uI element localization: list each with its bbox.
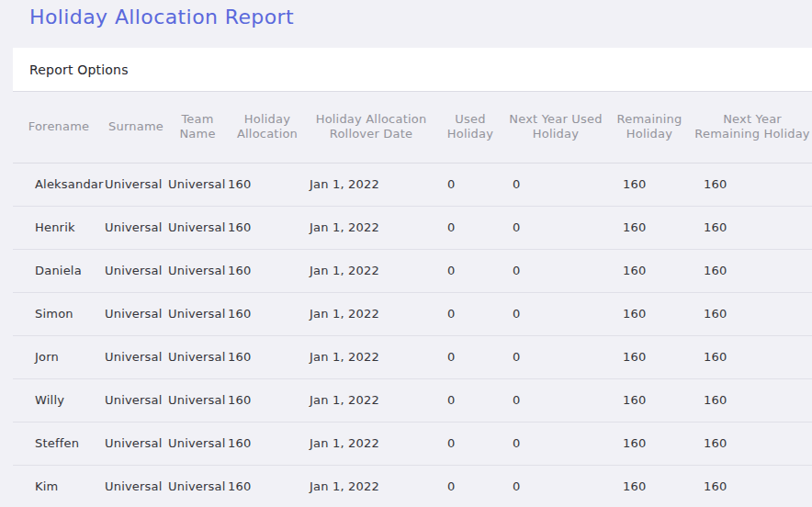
cell-next-year-used-holiday: 0: [505, 206, 606, 249]
column-header-holiday-allocation: Holiday Allocation: [228, 92, 307, 163]
cell-next-year-remaining-holiday: 160: [693, 335, 812, 378]
cell-next-year-remaining-holiday: 160: [693, 378, 812, 422]
cell-holiday-allocation: 160: [228, 378, 307, 422]
table-row: SteffenUniversalUniversal160Jan 1, 20220…: [13, 422, 812, 465]
report-table-container: ForenameSurnameTeam NameHoliday Allocati…: [13, 92, 812, 507]
cell-holiday-allocation: 160: [228, 292, 307, 335]
cell-next-year-remaining-holiday: 160: [693, 206, 812, 249]
cell-used-holiday: 0: [435, 163, 505, 206]
cell-team-name: Universal: [167, 465, 228, 507]
cell-holiday-allocation: 160: [228, 249, 307, 292]
cell-next-year-used-holiday: 0: [505, 335, 606, 378]
column-header-used-holiday: Used Holiday: [435, 92, 505, 163]
cell-next-year-remaining-holiday: 160: [693, 292, 812, 335]
holiday-allocation-table: ForenameSurnameTeam NameHoliday Allocati…: [13, 92, 812, 507]
cell-holiday-allocation-rollover-date: Jan 1, 2022: [307, 465, 435, 507]
column-header-remaining-holiday: Remaining Holiday: [606, 92, 693, 163]
report-options-label: Report Options: [29, 62, 129, 77]
table-row: KimUniversalUniversal160Jan 1, 202200160…: [13, 465, 812, 507]
cell-holiday-allocation: 160: [228, 335, 307, 378]
cell-used-holiday: 0: [435, 249, 505, 292]
column-header-forename: Forename: [13, 92, 105, 163]
cell-remaining-holiday: 160: [606, 163, 693, 206]
cell-team-name: Universal: [167, 335, 228, 378]
cell-surname: Universal: [105, 465, 167, 507]
cell-surname: Universal: [105, 163, 167, 206]
cell-team-name: Universal: [167, 249, 228, 292]
cell-surname: Universal: [105, 249, 167, 292]
cell-forename: Steffen: [13, 422, 105, 465]
cell-used-holiday: 0: [435, 378, 505, 422]
column-header-surname: Surname: [105, 92, 167, 163]
table-row: JornUniversalUniversal160Jan 1, 20220016…: [13, 335, 812, 378]
cell-next-year-used-holiday: 0: [505, 292, 606, 335]
cell-holiday-allocation-rollover-date: Jan 1, 2022: [307, 335, 435, 378]
cell-remaining-holiday: 160: [606, 465, 693, 507]
table-row: SimonUniversalUniversal160Jan 1, 2022001…: [13, 292, 812, 335]
cell-surname: Universal: [105, 378, 167, 422]
column-header-team-name: Team Name: [167, 92, 228, 163]
column-header-holiday-allocation-rollover-date: Holiday Allocation Rollover Date: [307, 92, 435, 163]
table-row: WillyUniversalUniversal160Jan 1, 2022001…: [13, 378, 812, 422]
page-title: Holiday Allocation Report: [29, 0, 812, 29]
cell-remaining-holiday: 160: [606, 378, 693, 422]
cell-next-year-remaining-holiday: 160: [693, 422, 812, 465]
cell-next-year-remaining-holiday: 160: [693, 249, 812, 292]
cell-team-name: Universal: [167, 206, 228, 249]
cell-forename: Daniela: [13, 249, 105, 292]
cell-holiday-allocation: 160: [228, 465, 307, 507]
cell-remaining-holiday: 160: [606, 249, 693, 292]
column-header-next-year-used-holiday: Next Year Used Holiday: [505, 92, 606, 163]
cell-remaining-holiday: 160: [606, 206, 693, 249]
cell-remaining-holiday: 160: [606, 335, 693, 378]
cell-surname: Universal: [105, 335, 167, 378]
cell-next-year-remaining-holiday: 160: [693, 465, 812, 507]
cell-holiday-allocation: 160: [228, 206, 307, 249]
cell-used-holiday: 0: [435, 335, 505, 378]
cell-team-name: Universal: [167, 292, 228, 335]
cell-forename: Henrik: [13, 206, 105, 249]
table-header-row: ForenameSurnameTeam NameHoliday Allocati…: [13, 92, 812, 163]
cell-holiday-allocation-rollover-date: Jan 1, 2022: [307, 378, 435, 422]
column-header-next-year-remaining-holiday: Next Year Remaining Holiday: [693, 92, 812, 163]
cell-next-year-remaining-holiday: 160: [693, 163, 812, 206]
cell-remaining-holiday: 160: [606, 422, 693, 465]
cell-next-year-used-holiday: 0: [505, 465, 606, 507]
cell-remaining-holiday: 160: [606, 292, 693, 335]
cell-surname: Universal: [105, 206, 167, 249]
cell-surname: Universal: [105, 422, 167, 465]
cell-next-year-used-holiday: 0: [505, 249, 606, 292]
cell-next-year-used-holiday: 0: [505, 378, 606, 422]
cell-holiday-allocation-rollover-date: Jan 1, 2022: [307, 292, 435, 335]
cell-holiday-allocation-rollover-date: Jan 1, 2022: [307, 249, 435, 292]
cell-used-holiday: 0: [435, 465, 505, 507]
cell-forename: Simon: [13, 292, 105, 335]
cell-used-holiday: 0: [435, 292, 505, 335]
cell-forename: Aleksandar: [13, 163, 105, 206]
cell-holiday-allocation-rollover-date: Jan 1, 2022: [307, 163, 435, 206]
cell-holiday-allocation: 160: [228, 422, 307, 465]
cell-surname: Universal: [105, 292, 167, 335]
cell-holiday-allocation: 160: [228, 163, 307, 206]
table-row: HenrikUniversalUniversal160Jan 1, 202200…: [13, 206, 812, 249]
page: Holiday Allocation Report Report Options…: [0, 0, 812, 507]
cell-holiday-allocation-rollover-date: Jan 1, 2022: [307, 422, 435, 465]
table-body: AleksandarUniversalUniversal160Jan 1, 20…: [13, 163, 812, 507]
cell-used-holiday: 0: [435, 206, 505, 249]
table-row: AleksandarUniversalUniversal160Jan 1, 20…: [13, 163, 812, 206]
cell-team-name: Universal: [167, 163, 228, 206]
cell-team-name: Universal: [167, 422, 228, 465]
cell-forename: Jorn: [13, 335, 105, 378]
cell-used-holiday: 0: [435, 422, 505, 465]
cell-forename: Willy: [13, 378, 105, 422]
cell-forename: Kim: [13, 465, 105, 507]
cell-next-year-used-holiday: 0: [505, 422, 606, 465]
cell-team-name: Universal: [167, 378, 228, 422]
cell-holiday-allocation-rollover-date: Jan 1, 2022: [307, 206, 435, 249]
report-options-header[interactable]: Report Options: [13, 48, 812, 92]
cell-next-year-used-holiday: 0: [505, 163, 606, 206]
table-row: DanielaUniversalUniversal160Jan 1, 20220…: [13, 249, 812, 292]
